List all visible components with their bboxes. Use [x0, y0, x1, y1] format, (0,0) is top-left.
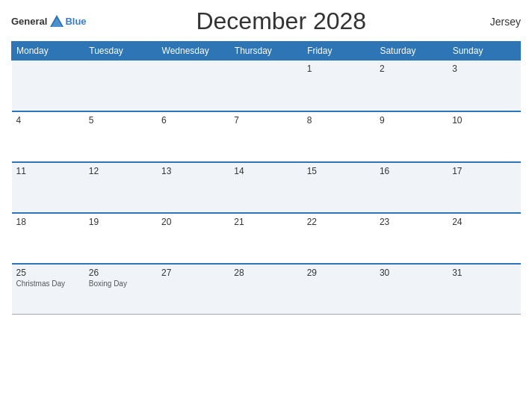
day-cell: [12, 61, 84, 111]
header-saturday: Saturday: [375, 42, 448, 61]
day-number: 20: [161, 217, 225, 227]
day-cell: 28: [229, 264, 302, 315]
day-cell: 11: [12, 162, 84, 213]
day-number: 16: [380, 166, 443, 176]
week-row-4: 18192021222324: [12, 213, 521, 264]
day-cell: 1: [303, 61, 375, 111]
day-cell: 5: [84, 111, 157, 162]
header-monday: Monday: [12, 42, 84, 61]
day-number: 1: [307, 64, 371, 74]
day-cell: 23: [375, 213, 448, 264]
day-cell: 29: [303, 264, 375, 315]
day-cell: 15: [303, 162, 375, 213]
day-cell: 2: [375, 61, 448, 111]
calendar-table: Monday Tuesday Wednesday Thursday Friday…: [11, 41, 521, 315]
day-cell: 13: [157, 162, 229, 213]
day-number: 19: [89, 217, 152, 227]
header: General Blue December 2028 Jersey: [11, 7, 521, 35]
day-number: 30: [380, 268, 443, 278]
day-cell: 27: [157, 264, 229, 315]
day-number: 6: [161, 115, 225, 126]
day-cell: 16: [375, 162, 448, 213]
header-tuesday: Tuesday: [84, 42, 157, 61]
day-cell: 10: [448, 111, 520, 162]
day-cell: 3: [448, 61, 520, 111]
day-cell: 8: [303, 111, 375, 162]
day-number: 14: [234, 166, 297, 176]
logo-general-text: General: [11, 16, 47, 27]
day-cell: [229, 61, 302, 111]
header-friday: Friday: [303, 42, 375, 61]
day-cell: 18: [12, 213, 84, 264]
day-number: 28: [234, 268, 297, 278]
day-cell: 25Christmas Day: [12, 264, 84, 315]
day-number: 31: [452, 268, 516, 278]
day-number: 3: [452, 64, 516, 74]
day-cell: 22: [303, 213, 375, 264]
day-cell: [157, 61, 229, 111]
day-number: 4: [16, 115, 80, 126]
week-row-2: 45678910: [12, 111, 521, 162]
header-wednesday: Wednesday: [157, 42, 229, 61]
day-number: 21: [234, 217, 297, 227]
logo-icon: [49, 13, 65, 30]
day-number: 9: [380, 115, 443, 126]
weekday-header-row: Monday Tuesday Wednesday Thursday Friday…: [12, 42, 521, 61]
day-cell: 9: [375, 111, 448, 162]
day-cell: 31: [448, 264, 520, 315]
day-number: 12: [89, 166, 152, 176]
day-cell: 19: [84, 213, 157, 264]
day-number: 5: [89, 115, 152, 126]
day-number: 27: [161, 268, 225, 278]
day-number: 15: [307, 166, 371, 176]
day-number: 22: [307, 217, 371, 227]
day-cell: 7: [229, 111, 302, 162]
holiday-label: Boxing Day: [89, 279, 152, 288]
logo-blue-text: Blue: [65, 16, 86, 27]
day-number: 10: [452, 115, 516, 126]
header-sunday: Sunday: [448, 42, 520, 61]
region-label: Jersey: [476, 16, 521, 28]
day-number: 7: [234, 115, 297, 126]
day-cell: [84, 61, 157, 111]
day-number: 2: [380, 64, 443, 74]
week-row-5: 25Christmas Day26Boxing Day2728293031: [12, 264, 521, 315]
day-cell: 12: [84, 162, 157, 213]
day-cell: 26Boxing Day: [84, 264, 157, 315]
day-number: 8: [307, 115, 371, 126]
holiday-label: Christmas Day: [16, 279, 80, 288]
week-row-1: 123: [12, 61, 521, 111]
day-number: 17: [452, 166, 516, 176]
day-cell: 20: [157, 213, 229, 264]
day-number: 23: [380, 217, 443, 227]
day-number: 26: [89, 268, 152, 278]
day-cell: 24: [448, 213, 520, 264]
day-cell: 17: [448, 162, 520, 213]
day-cell: 30: [375, 264, 448, 315]
day-cell: 6: [157, 111, 229, 162]
day-cell: 21: [229, 213, 302, 264]
logo: General Blue: [11, 13, 87, 30]
day-number: 24: [452, 217, 516, 227]
day-number: 13: [161, 166, 225, 176]
day-number: 18: [16, 217, 80, 227]
month-title: December 2028: [87, 7, 476, 35]
day-cell: 4: [12, 111, 84, 162]
day-number: 29: [307, 268, 371, 278]
calendar-page: General Blue December 2028 Jersey Monday…: [0, 0, 532, 411]
day-cell: 14: [229, 162, 302, 213]
header-thursday: Thursday: [229, 42, 302, 61]
week-row-3: 11121314151617: [12, 162, 521, 213]
day-number: 11: [16, 166, 80, 176]
day-number: 25: [16, 268, 80, 278]
